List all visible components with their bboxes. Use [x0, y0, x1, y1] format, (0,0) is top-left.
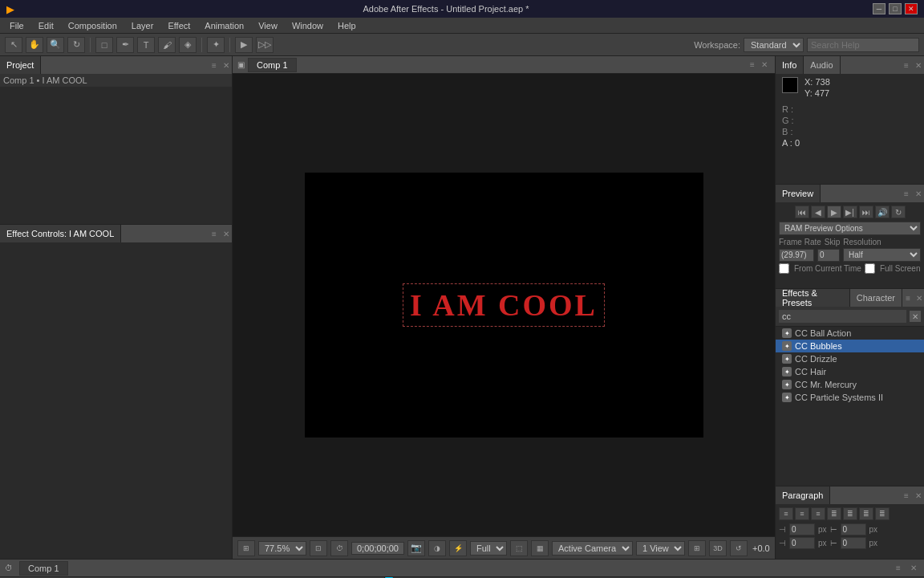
menu-composition[interactable]: Composition: [62, 19, 124, 32]
menu-effect[interactable]: Effect: [161, 19, 197, 32]
effects-panel-close-icon[interactable]: ✕: [914, 292, 924, 303]
justify-right-btn[interactable]: ≣: [859, 507, 873, 520]
resolution-select[interactable]: Half: [843, 248, 921, 262]
minimize-button[interactable]: ─: [873, 3, 886, 14]
close-button[interactable]: ✕: [905, 3, 918, 14]
effect-controls-menu-icon[interactable]: ≡: [208, 227, 221, 240]
comp-panel-close-icon[interactable]: ✕: [759, 59, 770, 71]
preview-panel-close-icon[interactable]: ✕: [913, 188, 924, 199]
zoom-tool[interactable]: 🔍: [47, 37, 64, 53]
comp-region-btn[interactable]: ⬚: [510, 540, 528, 556]
camera-select[interactable]: Active Camera: [552, 541, 633, 556]
comp-reset-3d-btn[interactable]: ↺: [730, 540, 748, 556]
project-panel-menu-icon[interactable]: ≡: [208, 59, 221, 71]
tab-preview[interactable]: Preview: [776, 185, 821, 202]
puppet-tool[interactable]: ✦: [207, 37, 225, 53]
project-panel-close-icon[interactable]: ✕: [221, 59, 232, 71]
forward-btn[interactable]: ▷▷: [256, 37, 274, 53]
rotate-tool[interactable]: ↻: [67, 37, 85, 53]
from-current-time-checkbox[interactable]: [779, 263, 789, 274]
para-indent-left-input[interactable]: [789, 523, 815, 535]
composition-text[interactable]: I AM COOL: [403, 283, 605, 327]
paragraph-panel-menu-icon[interactable]: ≡: [900, 489, 913, 502]
align-left-btn[interactable]: ≡: [779, 507, 793, 520]
tab-info[interactable]: Info: [776, 56, 804, 74]
full-screen-checkbox[interactable]: [865, 263, 875, 274]
para-space-after-input[interactable]: [841, 537, 866, 549]
prev-next-frame-btn[interactable]: ▶|: [843, 206, 857, 218]
help-search-input[interactable]: [807, 38, 919, 52]
tab-project[interactable]: Project: [0, 56, 41, 74]
menu-window[interactable]: Window: [286, 19, 330, 32]
tab-paragraph[interactable]: Paragraph: [776, 486, 830, 504]
effect-item-1[interactable]: ✦CC Bubbles: [776, 340, 924, 352]
prev-loop-btn[interactable]: ↻: [891, 206, 906, 218]
timeline-panel-close-icon[interactable]: ✕: [908, 563, 919, 574]
prev-prev-frame-btn[interactable]: ◀: [811, 206, 825, 218]
effect-item-0[interactable]: ✦CC Ball Action: [776, 327, 924, 340]
comp-fast-preview-btn[interactable]: ⚡: [449, 540, 467, 556]
comp-transparency-btn[interactable]: ▦: [531, 540, 549, 556]
effect-item-5[interactable]: ✦CC Particle Systems II: [776, 391, 924, 404]
effect-item-4[interactable]: ✦CC Mr. Mercury: [776, 378, 924, 391]
justify-left-btn[interactable]: ≣: [827, 507, 841, 520]
justify-all-btn[interactable]: ≣: [875, 507, 890, 520]
prev-audio-btn[interactable]: 🔊: [875, 206, 890, 218]
preview-panel-menu-icon[interactable]: ≡: [900, 187, 913, 200]
info-panel-close-icon[interactable]: ✕: [913, 59, 924, 71]
maximize-button[interactable]: □: [889, 3, 902, 14]
play-btn[interactable]: ▶: [235, 37, 253, 53]
text-tool[interactable]: T: [137, 37, 155, 53]
tab-effects-presets[interactable]: Effects & Presets: [776, 289, 850, 307]
tab-timeline-comp1[interactable]: Comp 1: [19, 561, 68, 576]
info-panel-menu-icon[interactable]: ≡: [900, 59, 913, 71]
menu-file[interactable]: File: [3, 19, 30, 32]
select-tool[interactable]: ↖: [5, 37, 22, 53]
prev-first-frame-btn[interactable]: ⏮: [795, 206, 809, 218]
prev-play-btn[interactable]: ▶: [827, 206, 841, 218]
brush-tool[interactable]: 🖌: [158, 37, 176, 53]
menu-layer[interactable]: Layer: [125, 19, 160, 32]
para-space-before-input[interactable]: [789, 537, 815, 549]
comp-grid-btn[interactable]: ⊞: [237, 540, 255, 556]
menu-animation[interactable]: Animation: [198, 19, 250, 32]
align-right-btn[interactable]: ≡: [811, 507, 825, 520]
effect-item-3[interactable]: ✦CC Hair: [776, 365, 924, 378]
tab-audio[interactable]: Audio: [804, 56, 840, 74]
effect-controls-close-icon[interactable]: ✕: [221, 228, 232, 239]
prev-last-frame-btn[interactable]: ⏭: [859, 206, 873, 218]
paragraph-panel-close-icon[interactable]: ✕: [913, 490, 924, 501]
views-select[interactable]: 1 View: [636, 541, 685, 556]
align-center-btn[interactable]: ≡: [795, 507, 809, 520]
skip-input[interactable]: [817, 249, 840, 262]
frame-rate-input[interactable]: [779, 249, 814, 262]
menu-view[interactable]: View: [252, 19, 284, 32]
comp-panel-menu-icon[interactable]: ≡: [746, 59, 759, 71]
hand-tool[interactable]: ✋: [26, 37, 43, 53]
ram-preview-options-select[interactable]: RAM Preview Options: [779, 222, 921, 235]
clone-tool[interactable]: ◈: [179, 37, 197, 53]
tab-effect-controls[interactable]: Effect Controls: I AM COOL: [0, 225, 121, 242]
menu-edit[interactable]: Edit: [32, 19, 60, 32]
effects-panel-menu-icon[interactable]: ≡: [902, 291, 914, 304]
timeline-panel-menu-icon[interactable]: ≡: [892, 562, 905, 575]
comp-show-channel-btn[interactable]: ◑: [428, 540, 446, 556]
zoom-select[interactable]: 77.5%: [258, 541, 306, 556]
comp-fit-btn[interactable]: ⊡: [310, 540, 327, 556]
quality-select[interactable]: Full: [470, 541, 507, 556]
effect-item-2[interactable]: ✦CC Drizzle: [776, 352, 924, 365]
para-indent-right-input[interactable]: [841, 523, 866, 535]
justify-center-btn[interactable]: ≣: [843, 507, 857, 520]
pen-tool[interactable]: ✒: [116, 37, 134, 53]
rectangle-tool[interactable]: □: [95, 37, 113, 53]
comp-snapshot-btn[interactable]: 📷: [407, 540, 425, 556]
effects-search-clear-btn[interactable]: ✕: [909, 310, 922, 323]
effects-search-input[interactable]: [778, 309, 907, 324]
tab-character[interactable]: Character: [850, 289, 902, 307]
comp-view-options-btn[interactable]: ⊞: [688, 540, 706, 556]
workspace-select[interactable]: Standard: [744, 38, 804, 52]
comp-time-btn[interactable]: ⏱: [330, 540, 348, 556]
comp-3d-btn[interactable]: 3D: [709, 540, 727, 556]
comp-tab-comp1[interactable]: Comp 1: [248, 58, 297, 72]
menu-help[interactable]: Help: [331, 19, 363, 32]
